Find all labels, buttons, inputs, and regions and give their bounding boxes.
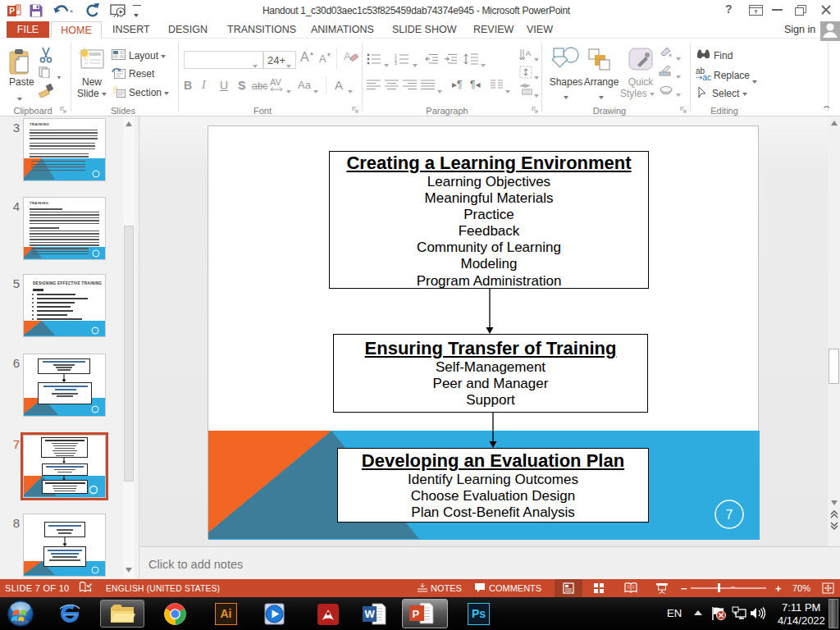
svg-text:A: A — [526, 49, 531, 57]
svg-text:3: 3 — [395, 61, 397, 65]
svg-text:W: W — [365, 608, 376, 620]
svg-text:P: P — [413, 608, 420, 620]
svg-text:7: 7 — [726, 508, 733, 522]
svg-text:P: P — [9, 7, 15, 16]
svg-text:A: A — [344, 50, 351, 62]
